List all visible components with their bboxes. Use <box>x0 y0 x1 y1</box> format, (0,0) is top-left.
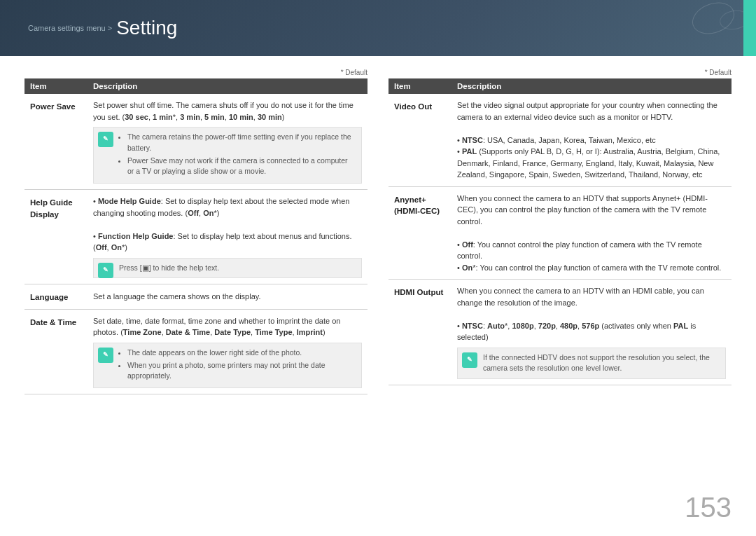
note-hdmi-output: ✎ If the connected HDTV does not support… <box>457 348 726 380</box>
left-table-section: * Default Item Description Power Save Se… <box>24 69 368 522</box>
desc-hdmi-output-text: When you connect the camera to an HDTV w… <box>457 287 704 341</box>
desc-hdmi-output: When you connect the camera to an HDTV w… <box>451 280 732 385</box>
desc-power-save: Set power shut off time. The camera shut… <box>88 94 368 190</box>
table-row: Language Set a language the camera shows… <box>24 284 368 310</box>
page-number: 153 <box>685 492 732 523</box>
press-hide-text: Press [▣] to hide the help text. <box>119 263 219 272</box>
item-date-time: Date & Time <box>24 309 88 394</box>
note-power-save: ✎ The camera retains the power-off time … <box>93 127 362 184</box>
desc-video-out-text: Set the video signal output appropriate … <box>457 101 720 179</box>
note-icon-help-guide: ✎ <box>98 263 113 278</box>
item-anynet: Anynet+(HDMI-CEC) <box>388 186 451 280</box>
note-icon-date-time: ✎ <box>98 348 113 363</box>
item-hdmi-output: HDMI Output <box>388 280 451 385</box>
note-help-guide: ✎ Press [▣] to hide the help text. <box>93 258 362 279</box>
item-language: Language <box>24 284 88 310</box>
table-row: Video Out Set the video signal output ap… <box>388 94 732 186</box>
note-icon-hdmi-output: ✎ <box>462 352 477 368</box>
left-col-desc: Description <box>88 78 368 94</box>
item-help-guide: Help GuideDisplay <box>24 190 88 284</box>
desc-date-time-text: Set date, time, date format, time zone a… <box>93 317 340 337</box>
table-row: Date & Time Set date, time, date format,… <box>24 309 368 394</box>
left-default-label: * Default <box>24 69 368 76</box>
right-col-item: Item <box>388 78 451 94</box>
main-content: * Default Item Description Power Save Se… <box>0 56 756 536</box>
note-icon-power-save: ✎ <box>98 132 113 147</box>
green-tab <box>743 0 756 56</box>
desc-anynet: When you connect the camera to an HDTV t… <box>451 186 732 280</box>
table-row: Help GuideDisplay • Mode Help Guide: Set… <box>24 190 368 284</box>
note-date-time: ✎ The date appears on the lower right si… <box>93 343 362 388</box>
note-bullet: The date appears on the lower right side… <box>127 348 356 359</box>
desc-power-save-text: Set power shut off time. The camera shut… <box>93 101 354 121</box>
note-bullet: When you print a photo, some printers ma… <box>127 360 356 383</box>
header-decoration <box>616 0 756 56</box>
table-row: HDMI Output When you connect the camera … <box>388 280 732 385</box>
page-title: Setting <box>116 17 177 39</box>
note-hdmi-output-text: If the connected HDTV does not support t… <box>483 353 710 373</box>
item-power-save: Power Save <box>24 94 88 190</box>
desc-anynet-text: When you connect the camera to an HDTV t… <box>457 194 721 272</box>
note-bullet: Power Save may not work if the camera is… <box>127 156 356 178</box>
left-col-item: Item <box>24 78 88 94</box>
right-col-desc: Description <box>451 78 732 94</box>
table-row: Anynet+(HDMI-CEC) When you connect the c… <box>388 186 732 280</box>
right-table: Item Description Video Out Set the video… <box>388 78 732 385</box>
item-video-out: Video Out <box>388 94 451 186</box>
desc-date-time: Set date, time, date format, time zone a… <box>88 309 368 394</box>
right-default-label: * Default <box>388 69 732 76</box>
desc-help-guide: • Mode Help Guide: Set to display help t… <box>88 190 368 284</box>
desc-help-guide-text: • Mode Help Guide: Set to display help t… <box>93 197 349 217</box>
left-table: Item Description Power Save Set power sh… <box>24 78 368 394</box>
note-bullet: The camera retains the power-off time se… <box>127 132 356 154</box>
desc-language: Set a language the camera shows on the d… <box>88 284 368 310</box>
table-row: Power Save Set power shut off time. The … <box>24 94 368 190</box>
right-table-section: * Default Item Description Video Out Set… <box>388 69 732 522</box>
desc-help-guide-func: • Function Help Guide: Set to display he… <box>93 232 351 252</box>
desc-video-out: Set the video signal output appropriate … <box>451 94 732 186</box>
header: Camera settings menu > Setting <box>0 0 756 56</box>
breadcrumb: Camera settings menu > <box>28 24 112 32</box>
